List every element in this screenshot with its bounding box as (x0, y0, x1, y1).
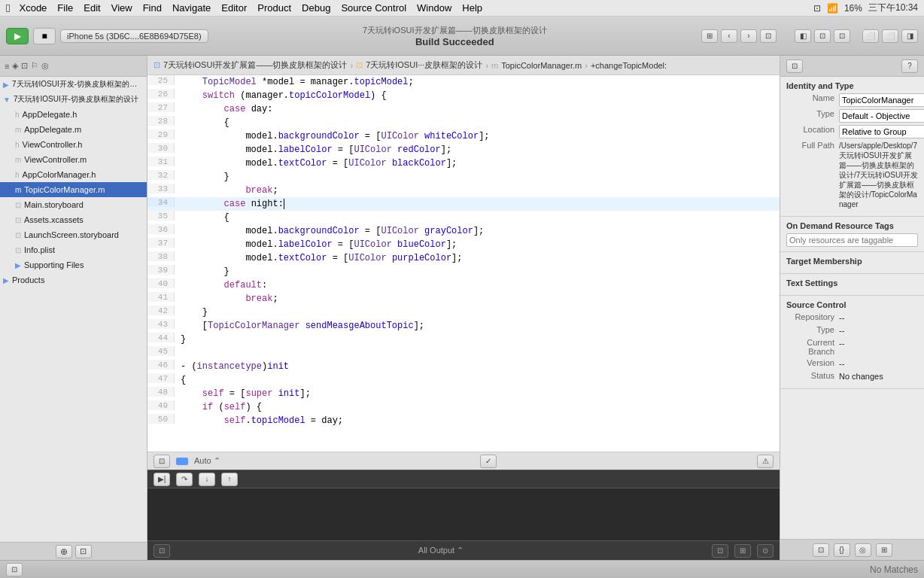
nav-item-appdelegate-h[interactable]: h AppDelegate.h (0, 107, 147, 122)
jump-bar-btn[interactable]: ⊡ (760, 29, 777, 43)
menu-navigate[interactable]: Navigate (172, 2, 211, 14)
debug-filter-btn[interactable]: ⊡ (712, 544, 728, 558)
stop-button[interactable]: ■ (33, 28, 56, 44)
nav-item-assets[interactable]: ⊡ Assets.xcassets (0, 212, 147, 227)
warn-btn[interactable]: ⚠ (757, 455, 774, 468)
nav-icon-test[interactable]: ⚐ (31, 61, 38, 71)
nav-item-appcolormanager-h[interactable]: h AppColorManager.h (0, 167, 147, 182)
products-icon: ▶ (3, 276, 9, 284)
debug-continue-btn[interactable]: ▶| (153, 473, 170, 486)
nav-item-project1[interactable]: ▶ 7天玩转IOSUI开发-切换皮肤框架的设计 (0, 77, 147, 92)
version-btn[interactable]: ⊡ (834, 29, 850, 43)
version-row: Version -- (786, 358, 918, 369)
inspector-hide-btn[interactable]: ⬜ (862, 29, 879, 43)
nav-item-main-storyboard[interactable]: ⊡ Main.storyboard (0, 197, 147, 212)
project-icon: ▶ (3, 81, 9, 89)
nav-icon-issue[interactable]: ⊡ (21, 61, 28, 71)
menu-source-control[interactable]: Source Control (341, 2, 406, 14)
code-editor[interactable]: 25 TopicModel *model = manager.topicMode… (147, 75, 780, 452)
status-label: Status (786, 371, 839, 380)
nav-item-viewcontroller-m[interactable]: m ViewController.m (0, 152, 147, 167)
breadcrumb-part1[interactable]: 7天玩转iOSUI开发扩展篇——切换皮肤框架的设计 (163, 59, 347, 71)
menu-debug[interactable]: Debug (302, 2, 330, 14)
menu-view[interactable]: View (111, 2, 132, 14)
file-inspector-btn[interactable]: ⊡ (786, 59, 803, 73)
code-line-44: 44 } (147, 333, 780, 346)
inspector-file-btn[interactable]: ⊡ (813, 543, 829, 557)
assistant-btn[interactable]: ⊡ (814, 29, 831, 43)
menu-help[interactable]: Help (462, 2, 482, 14)
back-btn[interactable]: ‹ (721, 29, 737, 43)
build-status: Build Succeeded (415, 36, 494, 47)
m-file-icon: m (15, 126, 21, 134)
nav-item-supporting-files[interactable]: ▶ Supporting Files (0, 257, 147, 272)
all-output-selector[interactable]: All Output ⌃ (418, 546, 464, 555)
main-layout: ≡ ◈ ⊡ ⚐ ◎ ▶ 7天玩转IOSUI开发-切换皮肤框架的设计 ▼ 7天玩转… (0, 56, 924, 560)
nav-filter-btn[interactable]: ⊡ (75, 545, 92, 558)
console-toggle-btn[interactable]: ⊡ (153, 455, 170, 468)
inspector-name-input[interactable] (839, 93, 924, 107)
nav-icon-search[interactable]: ◈ (12, 61, 18, 71)
encoding-selector[interactable]: Auto ⌃ (194, 456, 220, 466)
inspector-location-label: Location (786, 125, 839, 134)
menubar:  Xcode File Edit View Find Navigate Edi… (0, 0, 924, 17)
menu-editor[interactable]: Editor (221, 2, 247, 14)
debug-grid-btn[interactable]: ⊞ (734, 544, 751, 558)
debug-step-into-btn[interactable]: ↓ (199, 473, 215, 486)
nav-item-info-plist[interactable]: ⊡ Info.plist (0, 242, 147, 257)
menu-xcode[interactable]: Xcode (19, 2, 47, 14)
no-matches-label: No Matches (870, 564, 918, 575)
breadcrumb-part4[interactable]: +changeTopicModel: (591, 61, 667, 70)
nav-add-btn[interactable]: ⊕ (56, 545, 72, 558)
menu-edit[interactable]: Edit (84, 2, 100, 14)
device-selector[interactable]: iPhone 5s (3D6C....6E8B694D75E8) (60, 29, 208, 43)
breadcrumb-part2[interactable]: 7天玩转IOSUI···皮肤框架的设计 (366, 59, 482, 71)
play-button[interactable]: ▶ (6, 28, 29, 44)
debug-clear-btn[interactable]: ⊡ (153, 544, 170, 558)
code-line-43: 43 [TopicColorManager sendMeasgeAboutTop… (147, 319, 780, 333)
inspector-location-input[interactable] (839, 125, 924, 138)
m-file-icon2: m (15, 156, 21, 164)
nav-item-topiccolormanager-m[interactable]: m TopicColorManager.m (0, 182, 147, 197)
nav-icon-folder[interactable]: ≡ (5, 62, 9, 71)
sc-type-label: Type (786, 325, 839, 334)
toolbar-title-area: 7天玩转iOSUI开发扩展篇——切换皮肤框架的设计 Build Succeede… (213, 25, 697, 47)
debug-hide-btn[interactable]: ⬜ (882, 29, 898, 43)
menu-window[interactable]: Window (417, 2, 451, 14)
check-btn[interactable]: ✓ (480, 455, 497, 468)
nav-item-products[interactable]: ▶ Products (0, 272, 147, 287)
inspector-toolbar: ⊡ ? (780, 56, 924, 77)
nav-item-project2[interactable]: ▼ 7天玩转IOSUI开-切换皮肤框架的设计 (0, 92, 147, 107)
debug-zoom-btn[interactable]: ⊙ (757, 544, 774, 558)
structure-btn[interactable]: ⊞ (701, 29, 718, 43)
breadcrumb-part3[interactable]: TopicColorManager.m (501, 61, 582, 70)
debug-dot (176, 458, 188, 465)
text-settings-section: Text Settings (780, 274, 924, 296)
inspector-panel: ⊡ ? Identity and Type Name Type Location… (780, 56, 924, 560)
help-inspector-btn[interactable]: ? (901, 59, 918, 73)
nav-item-appdelegate-m[interactable]: m AppDelegate.m (0, 122, 147, 137)
menu-product[interactable]: Product (257, 2, 291, 14)
inspector-code-btn[interactable]: {} (834, 543, 850, 557)
repository-label: Repository (786, 312, 839, 321)
status-bar-toggle[interactable]: ⊡ (6, 563, 23, 576)
debug-step-over-btn[interactable]: ↷ (176, 473, 193, 486)
nav-item-label: AppColorManager.h (23, 170, 96, 179)
inspector-type-input[interactable] (839, 109, 924, 123)
nav-item-viewcontroller-h[interactable]: h ViewController.h (0, 137, 147, 152)
nav-item-launch-screen[interactable]: ⊡ LaunchScreen.storyboard (0, 227, 147, 242)
current-branch-row: Current Branch -- (786, 338, 918, 356)
nav-icon-debug[interactable]: ◎ (41, 61, 49, 71)
menu-file[interactable]: File (57, 2, 73, 14)
forward-btn[interactable]: › (740, 29, 757, 43)
apple-menu[interactable]:  (6, 2, 10, 14)
code-line-28: 28 { (147, 116, 780, 129)
menu-find[interactable]: Find (143, 2, 162, 14)
right-panel-btn[interactable]: ◨ (901, 29, 918, 43)
text-settings-title: Text Settings (786, 278, 918, 287)
debug-step-out-btn[interactable]: ↑ (221, 473, 238, 486)
inspector-circle-btn[interactable]: ◎ (855, 543, 871, 557)
inspector-grid-btn[interactable]: ⊞ (876, 543, 892, 557)
on-demand-input[interactable] (786, 233, 918, 247)
left-panel-btn[interactable]: ◧ (795, 29, 811, 43)
